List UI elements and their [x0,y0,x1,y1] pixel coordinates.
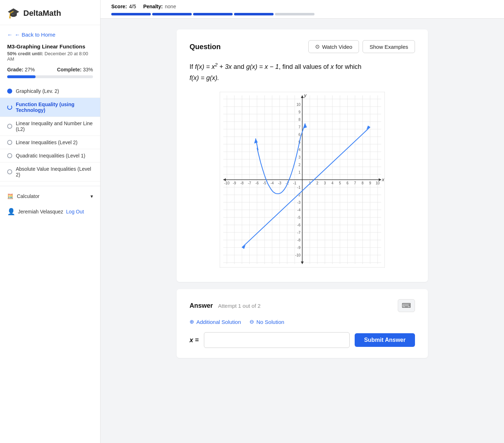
question-text-part4: for which [334,63,361,70]
progress-fill [7,75,36,78]
graph-container: x y -10 -9 -8 -7 -6 -5 -4 -3 -2 -1 [190,92,415,268]
equation-expr: f(x) = g(x). [190,74,219,81]
svg-text:10: 10 [297,103,301,107]
svg-text:-9: -9 [233,181,236,185]
svg-text:6: 6 [346,181,349,185]
answer-title-group: Answer Attempt 1 out of 2 [190,302,261,310]
svg-text:9: 9 [369,181,371,185]
svg-text:-8: -8 [241,181,244,185]
segment-3 [193,13,233,15]
dot-active-icon [7,105,12,110]
dot-locked-icon [7,153,12,158]
answer-options: ⊕ Additional Solution ⊖ No Solution [190,319,415,325]
svg-text:-1: -1 [293,181,297,185]
svg-text:-3: -3 [278,181,281,185]
dot-locked-icon [7,140,12,145]
svg-text:6: 6 [298,133,300,137]
question-text-part2: and [232,63,246,70]
svg-text:8: 8 [361,181,364,185]
user-icon: 👤 [7,208,15,216]
sidebar-item-label: Graphically (Lev. 2) [16,88,59,94]
calculator-label: Calculator [17,193,39,199]
svg-text:-4: -4 [271,181,274,185]
question-header: Question ⊙ Watch Video Show Examples [190,40,415,53]
sidebar-item-graphically[interactable]: Graphically (Lev. 2) [0,85,100,98]
arrow-left-icon: ← [7,32,13,38]
svg-text:8: 8 [298,118,300,122]
sidebar-item-label: Quadratic Inequalities (Level 1) [16,153,85,159]
logo: 🎓 DeltaMath [0,0,100,25]
svg-text:2: 2 [316,181,318,185]
sidebar-nav: Graphically (Lev. 2) Function Equality (… [0,83,100,183]
dot-done-icon [7,89,12,94]
submit-answer-button[interactable]: Submit Answer [355,333,415,347]
question-buttons: ⊙ Watch Video Show Examples [308,40,415,53]
calculator-item[interactable]: 🧮 Calculator ▾ [0,189,100,203]
answer-input[interactable] [204,332,350,348]
watch-video-button[interactable]: ⊙ Watch Video [308,40,359,53]
svg-text:-3: -3 [297,201,300,204]
sidebar-item-function-equality[interactable]: Function Equality (using Technology) [0,98,100,117]
submit-label: Submit Answer [364,337,406,343]
penalty-label: Penalty: none [143,4,176,9]
svg-text:-10: -10 [224,181,230,185]
sidebar-item-label: Function Equality (using Technology) [16,102,93,113]
grade-row: Grade: 27% Complete: 33% [0,65,100,74]
plus-circle-icon: ⊕ [190,319,194,325]
user-name: Jeremiah Velasquez [18,209,63,215]
svg-text:-1: -1 [297,185,300,189]
score-value: 4/5 [129,4,136,9]
attempt-text: Attempt 1 out of 2 [218,303,260,309]
sidebar-item-label: Linear Inequalities (Level 2) [16,140,78,145]
question-label: Question [190,43,221,51]
sidebar-item-quadratic-inequalities[interactable]: Quadratic Inequalities (Level 1) [0,149,100,162]
svg-text:-6: -6 [297,223,300,227]
svg-text:-7: -7 [297,231,300,235]
no-solution-label: No Solution [256,319,284,325]
svg-text:1: 1 [298,170,300,174]
answer-input-row: x = Submit Answer [190,332,415,348]
svg-text:5: 5 [339,181,341,185]
fx-expr: f(x) = x2 + 3x [195,63,232,70]
segment-1 [111,13,151,15]
penalty-value: none [165,4,176,9]
progress-bar [7,75,93,78]
question-text-part1: If [190,63,195,70]
answer-header: Answer Attempt 1 out of 2 ⌨ [190,299,415,312]
x-equals-label: x = [190,336,199,344]
segment-5 [275,13,314,15]
segment-4 [234,13,274,15]
sidebar-item-absolute-value[interactable]: Absolute Value Inequalities (Level 2) [0,162,100,182]
back-to-home-link[interactable]: ← ← Back to Home [0,25,100,42]
chevron-down-icon: ▾ [90,193,93,199]
back-to-home-label: ← Back to Home [15,32,55,38]
show-examples-label: Show Examples [369,44,408,50]
svg-text:2: 2 [298,163,300,167]
sidebar-item-linear-inequalities[interactable]: Linear Inequalities (Level 2) [0,136,100,149]
logout-link[interactable]: Log Out [66,209,84,215]
svg-text:10: 10 [375,181,380,185]
sidebar-item-label: Linear Inequality and Number Line (L2) [16,121,93,132]
svg-text:3: 3 [298,155,300,159]
question-card: Question ⊙ Watch Video Show Examples If … [177,29,428,282]
question-text: If f(x) = x2 + 3x and g(x) = x − 1, find… [190,61,415,83]
segment-2 [152,13,192,15]
svg-text:-6: -6 [256,181,259,185]
svg-text:9: 9 [298,110,300,114]
complete-label: Complete: 33% [57,67,93,72]
svg-text:-5: -5 [263,181,266,185]
keyboard-button[interactable]: ⌨ [398,299,415,312]
calculator-label-row: 🧮 Calculator [7,193,39,199]
sidebar-item-linear-inequality[interactable]: Linear Inequality and Number Line (L2) [0,117,100,136]
logo-text: DeltaMath [23,9,61,18]
sidebar: 🎓 DeltaMath ← ← Back to Home M3-Graphing… [0,0,101,443]
svg-text:4: 4 [298,148,300,152]
progress-segments [111,13,493,15]
additional-solution-button[interactable]: ⊕ Additional Solution [190,319,241,325]
score-label: Score: 4/5 [111,4,136,9]
show-examples-button[interactable]: Show Examples [363,40,415,53]
svg-text:-5: -5 [297,216,300,220]
no-solution-button[interactable]: ⊖ No Solution [249,319,284,325]
main-content: Score: 4/5 Penalty: none Question ⊙ [101,0,504,443]
score-row: Score: 4/5 Penalty: none [111,4,493,13]
